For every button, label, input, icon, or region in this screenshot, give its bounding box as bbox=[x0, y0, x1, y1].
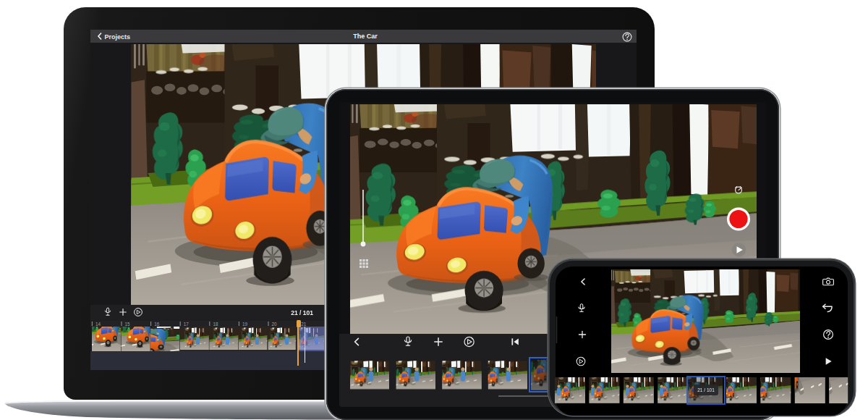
svg-text:15: 15 bbox=[125, 322, 131, 327]
svg-text:20: 20 bbox=[272, 322, 278, 327]
svg-text:14: 14 bbox=[95, 322, 101, 327]
svg-text:19: 19 bbox=[242, 322, 248, 327]
svg-text:17: 17 bbox=[184, 322, 190, 327]
svg-text:21 / 101: 21 / 101 bbox=[291, 309, 313, 316]
svg-text:18: 18 bbox=[213, 322, 218, 327]
svg-text:21: 21 bbox=[301, 322, 307, 327]
svg-text:21 / 101: 21 / 101 bbox=[697, 387, 715, 392]
svg-text:16: 16 bbox=[154, 322, 160, 327]
